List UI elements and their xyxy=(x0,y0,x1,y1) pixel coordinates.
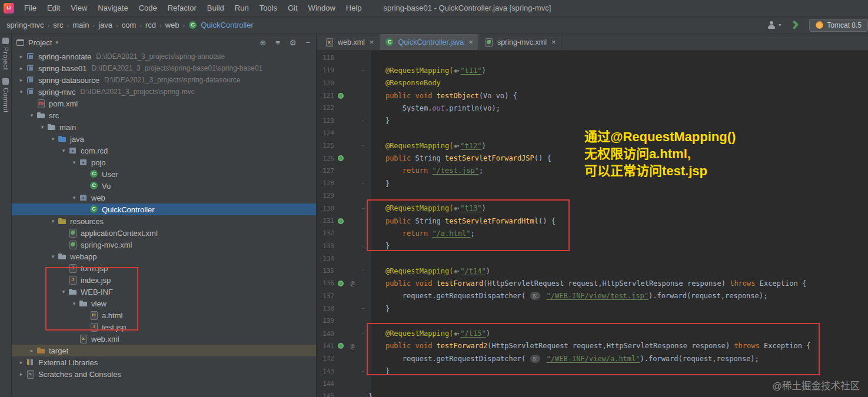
tree-item-external-libraries[interactable]: ▸External Libraries xyxy=(12,356,316,368)
url-inlay-icon[interactable]: ◉▾ xyxy=(454,331,460,336)
project-panel-title[interactable]: Project xyxy=(28,38,52,47)
code-editor[interactable]: 118119− @RequestMapping(◉▾"t11")120 @Res… xyxy=(317,51,868,397)
line-number[interactable]: 122 xyxy=(317,104,334,112)
tree-item-pojo[interactable]: ▾pojo xyxy=(12,156,316,168)
profile-dropdown-chevron-icon[interactable]: ▾ xyxy=(779,22,781,28)
request-mapping-gutter-icon[interactable] xyxy=(338,93,344,99)
line-number[interactable]: 139 xyxy=(317,317,334,325)
line-number[interactable]: 142 xyxy=(317,355,334,362)
menu-help[interactable]: Help xyxy=(341,0,367,16)
fold-marker[interactable]: − xyxy=(358,331,368,336)
chevron-collapsed-icon[interactable]: ▸ xyxy=(27,348,36,353)
tree-item-web[interactable]: ▾web xyxy=(12,192,316,203)
tree-item-scratches-and-consoles[interactable]: ▸Scratches and Consoles xyxy=(12,368,316,380)
fold-marker[interactable]: − xyxy=(358,306,368,311)
line-number[interactable]: 128 xyxy=(317,179,334,187)
tree-item-java[interactable]: ▾java xyxy=(12,133,316,145)
fold-marker[interactable]: − xyxy=(358,268,368,273)
line-number[interactable]: 119 xyxy=(317,66,334,74)
chevron-expanded-icon[interactable]: ▾ xyxy=(48,218,58,224)
menu-refactor[interactable]: Refactor xyxy=(162,0,202,16)
chevron-expanded-icon[interactable]: ▾ xyxy=(59,148,68,154)
line-number[interactable]: 143 xyxy=(317,368,334,375)
tomcat-run-configuration-button[interactable]: Tomcat 8.5 xyxy=(809,19,868,32)
line-number[interactable]: 127 xyxy=(317,167,334,175)
chevron-expanded-icon[interactable]: ▾ xyxy=(59,289,68,295)
code-line-130[interactable]: 130− @RequestMapping(◉▾"t13") xyxy=(317,202,868,215)
fold-marker[interactable]: − xyxy=(358,206,368,211)
line-number[interactable]: 137 xyxy=(317,292,334,300)
tree-item-spring-datasource[interactable]: ▸spring-datasourceD:\IDEA2021_3_projects… xyxy=(12,74,316,86)
fold-marker[interactable]: − xyxy=(358,181,368,186)
tree-item-web.xml[interactable]: web.xml xyxy=(12,333,316,345)
code-line-122[interactable]: 122 System.out.println(vo); xyxy=(317,102,868,114)
project-view-dropdown-icon[interactable]: ▾ xyxy=(55,39,58,45)
chevron-collapsed-icon[interactable]: ▸ xyxy=(16,371,26,377)
code-line-136[interactable]: 136@ public void testForward(HttpServlet… xyxy=(317,277,868,289)
tree-item-view[interactable]: ▾view xyxy=(12,298,316,309)
line-number[interactable]: 124 xyxy=(317,129,334,137)
menu-navigate[interactable]: Navigate xyxy=(92,0,133,16)
chevron-collapsed-icon[interactable]: ▸ xyxy=(16,54,26,59)
menu-view[interactable]: View xyxy=(65,0,92,16)
tree-item-test.jsp[interactable]: test.jsp xyxy=(12,321,316,333)
close-tab-icon[interactable]: × xyxy=(370,38,374,46)
menu-run[interactable]: Run xyxy=(230,0,254,16)
code-line-118[interactable]: 118 xyxy=(317,52,868,64)
line-number[interactable]: 134 xyxy=(317,255,334,262)
code-line-133[interactable]: 133− } xyxy=(317,239,868,252)
line-number[interactable]: 131 xyxy=(317,217,334,225)
tree-item-vo[interactable]: Vo xyxy=(12,180,316,192)
code-line-134[interactable]: 134 xyxy=(317,252,868,265)
line-number[interactable]: 132 xyxy=(317,229,334,237)
chevron-collapsed-icon[interactable]: ▸ xyxy=(16,359,26,365)
line-number[interactable]: 129 xyxy=(317,192,334,199)
breadcrumb-item-src[interactable]: src xyxy=(52,21,64,29)
editor-tab-web.xml[interactable]: web.xml× xyxy=(320,34,380,50)
menu-git[interactable]: Git xyxy=(282,0,303,16)
fold-marker[interactable]: − xyxy=(358,143,368,148)
build-hammer-icon[interactable] xyxy=(790,21,800,30)
close-tab-icon[interactable]: × xyxy=(468,38,473,46)
line-number[interactable]: 120 xyxy=(317,79,334,87)
line-number[interactable]: 123 xyxy=(317,117,334,125)
menu-tools[interactable]: Tools xyxy=(254,0,282,16)
tree-item-quickcontroller[interactable]: QuickController xyxy=(12,203,316,215)
line-number[interactable]: 121 xyxy=(317,92,334,99)
code-line-119[interactable]: 119− @RequestMapping(◉▾"t11") xyxy=(317,64,868,76)
code-line-132[interactable]: 132 return "/a.html"; xyxy=(317,227,868,239)
editor-tab-spring-mvc.xml[interactable]: spring-mvc.xml× xyxy=(479,34,562,50)
tree-item-spring-mvc.xml[interactable]: spring-mvc.xml xyxy=(12,239,316,251)
tree-item-spring-mvc[interactable]: ▾spring-mvcD:\IDEA2021_3_projects\spring… xyxy=(12,86,316,98)
fold-marker[interactable]: − xyxy=(358,68,368,73)
fold-marker[interactable]: − xyxy=(358,243,368,249)
editor-tab-quickcontroller.java[interactable]: QuickController.java× xyxy=(380,34,478,50)
line-number[interactable]: 141 xyxy=(317,342,334,350)
request-mapping-gutter-icon[interactable] xyxy=(338,281,344,286)
code-line-143[interactable]: 143− } xyxy=(317,365,868,377)
tree-item-webapp[interactable]: ▾webapp xyxy=(12,251,316,262)
close-tab-icon[interactable]: × xyxy=(551,38,556,46)
tree-item-a.html[interactable]: a.html xyxy=(12,309,316,321)
chevron-expanded-icon[interactable]: ▾ xyxy=(69,159,79,165)
breadcrumb-item-rcd[interactable]: rcd xyxy=(145,21,157,29)
chevron-expanded-icon[interactable]: ▾ xyxy=(69,195,79,201)
breadcrumb-item-main[interactable]: main xyxy=(72,21,89,29)
breadcrumb-item-com[interactable]: com xyxy=(121,21,137,29)
menu-file[interactable]: File xyxy=(19,0,42,16)
tree-item-target[interactable]: ▸target xyxy=(12,345,316,356)
url-inlay-icon[interactable]: ◉▾ xyxy=(454,268,460,274)
line-number[interactable]: 144 xyxy=(317,380,334,388)
line-number[interactable]: 125 xyxy=(317,142,334,149)
code-line-131[interactable]: 131 public String testServletForwardHtml… xyxy=(317,215,868,227)
line-number[interactable]: 130 xyxy=(317,205,334,212)
menu-edit[interactable]: Edit xyxy=(42,0,65,16)
tree-item-pom.xml[interactable]: pom.xml xyxy=(12,98,316,109)
line-number[interactable]: 138 xyxy=(317,305,334,312)
fold-marker[interactable]: − xyxy=(358,118,368,124)
request-mapping-gutter-icon[interactable] xyxy=(338,218,344,224)
collapse-all-icon[interactable]: ≡ xyxy=(275,39,280,46)
tree-item-user[interactable]: User xyxy=(12,168,316,180)
user-profile-icon[interactable] xyxy=(767,21,776,30)
code-line-121[interactable]: 121 public void testObject(Vo vo) { xyxy=(317,89,868,102)
